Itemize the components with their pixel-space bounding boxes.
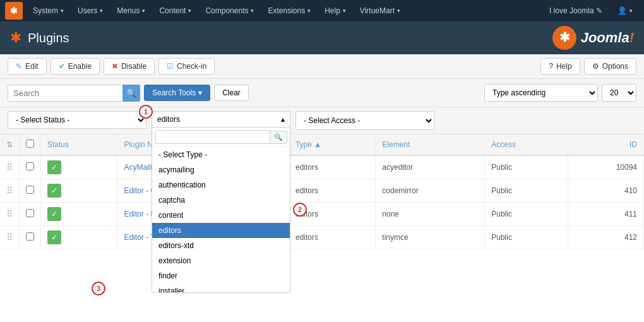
select-all-checkbox[interactable] [26, 140, 34, 148]
type-option-content[interactable]: content [152, 208, 290, 223]
status-filter[interactable]: - Select Status - [8, 111, 146, 129]
type-option-extension[interactable]: extension [152, 253, 290, 268]
search-bar: 🔍 Search Tools ▾ Clear Type ascending Ty… [0, 79, 644, 107]
checkbox-cell [20, 155, 41, 179]
th-status[interactable]: Status [41, 134, 117, 155]
id-cell: 10094 [568, 155, 643, 179]
nav-item-menus[interactable]: Menus ▾ [110, 4, 152, 18]
status-badge[interactable]: ✓ [47, 207, 61, 221]
nav-right: I love Joomla ✎ 👤 ▾ [543, 4, 639, 18]
type-option-installer[interactable]: installer [152, 283, 290, 292]
table-row: ⠿ ✓ AcyMailing Editor editors acyeditor … [0, 155, 644, 179]
plugins-icon: ✱ [10, 30, 21, 46]
type-option-editors[interactable]: editors [152, 223, 290, 238]
search-tools-button[interactable]: Search Tools ▾ [144, 85, 210, 101]
row-checkbox[interactable] [26, 232, 34, 241]
checkbox-cell [20, 179, 41, 203]
clear-button[interactable]: Clear [214, 85, 249, 101]
table-row: ⠿ ✓ Editor - TinyMCE editors tinymce Pub… [0, 226, 644, 249]
drag-handle-cell: ⠿ [0, 155, 20, 179]
drag-handle-icon[interactable]: ⠿ [6, 232, 13, 242]
filter-row: - Select Status - 1 editors ▴ 🔍 - Select… [0, 107, 644, 134]
status-badge[interactable]: ✓ [47, 184, 61, 198]
plugins-table: ⇅ Status Plugin Name Type ▲ Element [0, 134, 644, 249]
element-cell: none [376, 203, 485, 226]
help-button[interactable]: ? Help [540, 58, 580, 75]
table-row: ⠿ ✓ Editor - None editors none Public 41… [0, 203, 644, 226]
type-cell: editors [289, 226, 375, 249]
type-dropdown-panel: 🔍 - Select Type - acymailing authenticat… [152, 127, 290, 293]
nav-item-love-joomla[interactable]: I love Joomla ✎ [543, 4, 609, 18]
nav-item-system[interactable]: System ▾ [27, 4, 70, 18]
search-icon: 🔍 [126, 88, 137, 98]
nav-item-virtuemart[interactable]: VirtueMart ▾ [354, 4, 407, 18]
th-checkbox [20, 134, 41, 155]
nav-item-help[interactable]: Help ▾ [318, 4, 352, 18]
checkin-button[interactable]: ☑ Check-in [158, 58, 215, 75]
drag-handle-icon[interactable]: ⠿ [6, 209, 13, 219]
row-checkbox[interactable] [26, 209, 34, 217]
type-option-finder[interactable]: finder [152, 268, 290, 283]
access-cell: Public [485, 203, 568, 226]
access-cell: Public [485, 226, 568, 249]
element-cell: tinymce [376, 226, 485, 249]
row-checkbox[interactable] [26, 186, 34, 194]
type-option-editors-xtd[interactable]: editors-xtd [152, 238, 290, 253]
edit-button[interactable]: ✎ Edit [8, 58, 47, 75]
sort-select[interactable]: Type ascending Type descending Name asce… [484, 84, 598, 102]
th-access[interactable]: Access [485, 134, 568, 155]
th-sort-icon[interactable]: ⇅ [0, 134, 20, 155]
content-area: ✎ Edit ✔ Enable ✖ Disable ☑ Check-in ? H… [0, 54, 644, 322]
checkin-icon: ☑ [167, 62, 174, 71]
type-cell: editors [289, 155, 375, 179]
header-bar: ✱ Plugins ✱ Joomla! [0, 21, 644, 54]
brand-icon[interactable]: ✱ [5, 2, 23, 20]
enable-button[interactable]: ✔ Enable [51, 58, 100, 75]
type-option-authentication[interactable]: authentication [152, 177, 290, 193]
help-icon: ? [549, 62, 553, 71]
search-submit-button[interactable]: 🔍 [122, 85, 140, 102]
id-cell: 410 [568, 179, 643, 203]
nav-item-extensions[interactable]: Extensions ▾ [261, 4, 317, 18]
row-checkbox[interactable] [26, 162, 34, 170]
options-button[interactable]: ⚙ Options [584, 58, 636, 75]
nav-item-components[interactable]: Components ▾ [199, 4, 260, 18]
access-filter[interactable]: - Select Access - [295, 111, 434, 130]
table-body: ⠿ ✓ AcyMailing Editor editors acyeditor … [0, 155, 644, 249]
id-cell: 411 [568, 203, 643, 226]
joomla-logo-text: Joomla! [581, 30, 634, 46]
element-cell: acyeditor [376, 155, 485, 179]
options-icon: ⚙ [592, 62, 599, 71]
status-badge[interactable]: ✓ [47, 230, 61, 244]
type-search-input[interactable] [155, 130, 270, 144]
count-select[interactable]: 20 5 10 15 25 50 100 [602, 84, 636, 102]
th-element[interactable]: Element [376, 134, 485, 155]
access-cell: Public [485, 179, 568, 203]
status-cell: ✓ [41, 226, 117, 249]
disable-icon: ✖ [112, 62, 118, 71]
th-id[interactable]: ID [568, 134, 643, 155]
badge-2: 2 [293, 203, 307, 217]
toolbar-right: ? Help ⚙ Options [540, 58, 636, 75]
nav-item-users[interactable]: Users ▾ [71, 4, 109, 18]
drag-handle-icon[interactable]: ⠿ [6, 186, 13, 196]
nav-item-user[interactable]: 👤 ▾ [611, 4, 639, 18]
disable-button[interactable]: ✖ Disable [104, 58, 155, 75]
search-input[interactable] [8, 85, 140, 102]
svg-text:✱: ✱ [559, 30, 569, 44]
edit-icon: ✎ [16, 62, 22, 71]
checkbox-cell [20, 226, 41, 249]
status-cell: ✓ [41, 155, 117, 179]
type-filter-trigger[interactable]: editors ▴ [152, 111, 290, 127]
element-cell: codemirror [376, 179, 485, 203]
type-option-select[interactable]: - Select Type - [152, 147, 290, 162]
type-option-captcha[interactable]: captcha [152, 193, 290, 208]
type-option-acymailing[interactable]: acymailing [152, 162, 290, 177]
status-badge[interactable]: ✓ [47, 160, 61, 174]
drag-handle-icon[interactable]: ⠿ [6, 162, 13, 172]
drag-handle-cell: ⠿ [0, 226, 20, 249]
th-type[interactable]: Type ▲ [289, 134, 375, 155]
nav-item-content[interactable]: Content ▾ [153, 4, 198, 18]
type-cell: editors [289, 179, 375, 203]
type-search-button[interactable]: 🔍 [270, 131, 287, 144]
